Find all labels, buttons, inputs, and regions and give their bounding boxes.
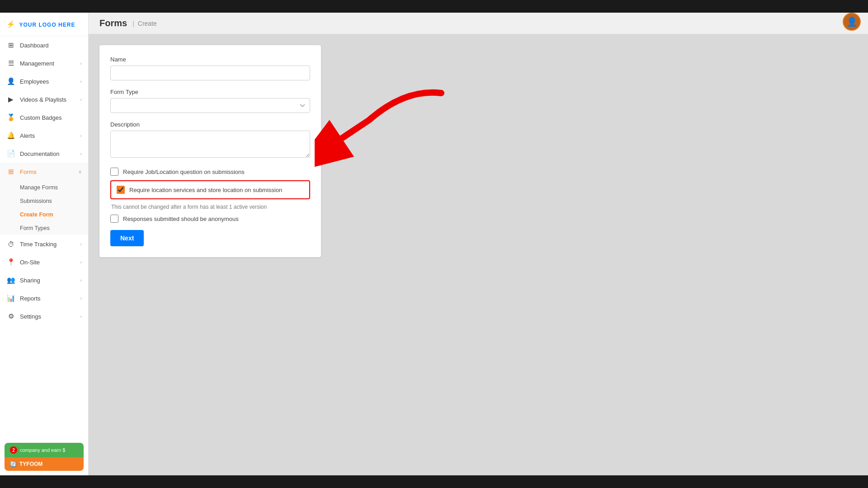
sidebar-item-label: Employees — [20, 78, 49, 85]
chevron-down-icon: ∨ — [78, 169, 82, 175]
subnav-submissions[interactable]: Submissions — [0, 194, 88, 208]
sidebar-item-management[interactable]: ☰ Management › — [0, 54, 88, 72]
videos-icon: ▶ — [6, 95, 15, 104]
create-form-card: Name Form Type Description — [99, 45, 321, 257]
name-label: Name — [110, 56, 310, 63]
management-icon: ☰ — [6, 59, 15, 68]
require-job-location-checkbox[interactable] — [110, 168, 118, 176]
sidebar-item-label: Reports — [20, 295, 41, 302]
breadcrumb-separator: | — [132, 20, 134, 27]
description-textarea[interactable] — [110, 131, 310, 158]
avatar-icon: 👤 — [846, 16, 858, 27]
sidebar-item-reports[interactable]: 📊 Reports › — [0, 289, 88, 307]
require-location-services-label: Require location services and store loca… — [129, 187, 282, 193]
chevron-right-icon: › — [80, 259, 82, 265]
logo-area: ⚡ YOUR LOGO HERE — [0, 13, 88, 36]
page-title: Forms — [99, 18, 127, 28]
sharing-icon: 👥 — [6, 276, 15, 285]
subnav-create-form[interactable]: Create Form — [0, 208, 88, 221]
top-bar — [0, 0, 868, 13]
require-location-services-row-highlighted: Require location services and store loca… — [110, 180, 310, 199]
sidebar-item-alerts[interactable]: 🔔 Alerts › — [0, 127, 88, 145]
sidebar-item-label: On-Site — [20, 259, 40, 266]
referral-badge: 2 — [10, 446, 17, 454]
anonymous-responses-label: Responses submitted should be anonymous — [123, 216, 239, 222]
content-area: Forms | Create Name Form Type — [89, 13, 868, 475]
referral-banner[interactable]: 2 company and earn $ — [5, 443, 84, 457]
next-button[interactable]: Next — [110, 230, 144, 246]
form-type-select[interactable] — [110, 98, 310, 113]
chevron-right-icon: › — [80, 151, 82, 156]
sidebar-item-label: Settings — [20, 313, 41, 320]
form-type-field-group: Form Type — [110, 89, 310, 113]
logo-text: YOUR LOGO HERE — [19, 22, 75, 28]
avatar[interactable]: 👤 — [843, 13, 861, 31]
chevron-right-icon: › — [80, 61, 82, 66]
next-button-container: Next — [110, 230, 310, 246]
anonymous-responses-checkbox[interactable] — [110, 215, 118, 223]
tyfoom-banner[interactable]: 🔄 TYFOOM — [5, 457, 84, 471]
sidebar-item-label: Time Tracking — [20, 241, 57, 248]
sidebar-item-label: Custom Badges — [20, 114, 62, 121]
sidebar-item-sharing[interactable]: 👥 Sharing › — [0, 271, 88, 289]
require-location-services-checkbox[interactable] — [117, 186, 125, 194]
reports-icon: 📊 — [6, 294, 15, 303]
sidebar-item-videos[interactable]: ▶ Videos & Playlists › — [0, 90, 88, 108]
sidebar-item-on-site[interactable]: 📍 On-Site › — [0, 253, 88, 271]
chevron-right-icon: › — [80, 314, 82, 319]
sidebar-item-label: Sharing — [20, 277, 40, 284]
sidebar-item-forms[interactable]: ⊞ Forms ∨ — [0, 163, 88, 181]
bottom-bar — [0, 475, 868, 488]
logo-icon: ⚡ — [6, 20, 15, 28]
forms-icon: ⊞ — [6, 167, 15, 176]
employees-icon: 👤 — [6, 77, 15, 86]
forms-subnav: Manage Forms Submissions Create Form For… — [0, 181, 88, 235]
sidebar-bottom: 2 company and earn $ 🔄 TYFOOM — [0, 438, 88, 475]
on-site-icon: 📍 — [6, 258, 15, 267]
sidebar-item-documentation[interactable]: 📄 Documentation › — [0, 145, 88, 163]
subnav-form-types[interactable]: Form Types — [0, 221, 88, 235]
content-body: Name Form Type Description — [89, 34, 868, 475]
annotation-arrow — [315, 84, 450, 174]
sidebar-item-label: Forms — [20, 169, 37, 175]
chevron-right-icon: › — [80, 79, 82, 84]
breadcrumb-create: Create — [138, 20, 157, 27]
alerts-icon: 🔔 — [6, 131, 15, 140]
description-label: Description — [110, 121, 310, 128]
name-input[interactable] — [110, 66, 310, 80]
name-field-group: Name — [110, 56, 310, 80]
sidebar-item-label: Alerts — [20, 132, 35, 139]
top-right-avatar-area: 👤 — [843, 13, 861, 31]
referral-text: company and earn $ — [20, 447, 65, 453]
form-type-label: Form Type — [110, 89, 310, 95]
sidebar-item-employees[interactable]: 👤 Employees › — [0, 72, 88, 90]
tyfoom-icon: 🔄 — [10, 461, 17, 467]
sidebar-item-label: Videos & Playlists — [20, 96, 66, 103]
sidebar-item-time-tracking[interactable]: ⏱ Time Tracking › — [0, 235, 88, 253]
content-header: Forms | Create — [89, 13, 868, 34]
description-field-group: Description — [110, 121, 310, 160]
chevron-right-icon: › — [80, 133, 82, 138]
sidebar-item-custom-badges[interactable]: 🏅 Custom Badges — [0, 108, 88, 127]
custom-badges-icon: 🏅 — [6, 113, 15, 122]
require-job-location-label: Require Job/Location question on submiss… — [123, 169, 245, 175]
sidebar-item-settings[interactable]: ⚙ Settings › — [0, 307, 88, 325]
anonymous-responses-row: Responses submitted should be anonymous — [110, 215, 310, 223]
documentation-icon: 📄 — [6, 149, 15, 158]
chevron-right-icon: › — [80, 97, 82, 102]
dashboard-icon: ⊞ — [6, 41, 15, 50]
tyfoom-label: TYFOOM — [19, 461, 42, 467]
sidebar-item-label: Management — [20, 60, 54, 67]
sidebar-item-dashboard[interactable]: ⊞ Dashboard — [0, 36, 88, 54]
time-tracking-icon: ⏱ — [6, 239, 15, 249]
chevron-right-icon: › — [80, 241, 82, 247]
sidebar: ⚡ YOUR LOGO HERE ⊞ Dashboard ☰ Managemen… — [0, 13, 89, 475]
require-job-location-row: Require Job/Location question on submiss… — [110, 168, 310, 176]
version-note: This cannot be changed after a form has … — [111, 204, 310, 210]
sidebar-item-label: Documentation — [20, 150, 59, 157]
sidebar-item-label: Dashboard — [20, 42, 49, 49]
settings-icon: ⚙ — [6, 312, 15, 321]
chevron-right-icon: › — [80, 277, 82, 283]
chevron-right-icon: › — [80, 296, 82, 301]
subnav-manage-forms[interactable]: Manage Forms — [0, 181, 88, 194]
